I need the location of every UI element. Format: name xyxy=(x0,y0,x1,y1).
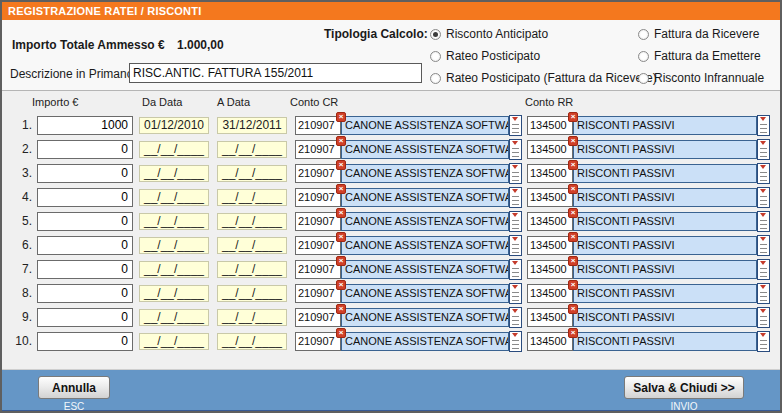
da-data-input[interactable] xyxy=(139,285,209,302)
conto-cr-code-input[interactable] xyxy=(295,164,341,183)
conto-cr-lookup-button[interactable] xyxy=(509,139,522,160)
clear-conto-cr-icon[interactable]: × xyxy=(336,160,346,170)
clear-conto-rr-icon[interactable]: × xyxy=(568,184,578,194)
clear-conto-rr-icon[interactable]: × xyxy=(568,160,578,170)
conto-rr-lookup-button[interactable] xyxy=(757,259,770,280)
conto-cr-code-input[interactable] xyxy=(295,212,341,231)
conto-rr-lookup-button[interactable] xyxy=(757,331,770,352)
clear-conto-cr-icon[interactable]: × xyxy=(336,328,346,338)
a-data-input[interactable] xyxy=(217,189,287,206)
importo-input[interactable] xyxy=(37,116,133,135)
conto-rr-code-input[interactable] xyxy=(527,188,573,207)
clear-conto-cr-icon[interactable]: × xyxy=(336,280,346,290)
conto-rr-lookup-button[interactable] xyxy=(757,163,770,184)
tipologia-radio-option[interactable]: Fattura da Emettere xyxy=(638,45,764,67)
descrizione-input[interactable] xyxy=(129,63,422,83)
importo-input[interactable] xyxy=(37,260,133,279)
clear-conto-rr-icon[interactable]: × xyxy=(568,304,578,314)
conto-rr-lookup-button[interactable] xyxy=(757,115,770,136)
conto-cr-code-input[interactable] xyxy=(295,116,341,135)
conto-rr-lookup-button[interactable] xyxy=(757,235,770,256)
importo-input[interactable] xyxy=(37,332,133,351)
conto-cr-code-input[interactable] xyxy=(295,188,341,207)
clear-conto-cr-icon[interactable]: × xyxy=(336,256,346,266)
conto-rr-code-input[interactable] xyxy=(527,308,573,327)
conto-cr-code-input[interactable] xyxy=(295,260,341,279)
da-data-input[interactable] xyxy=(139,165,209,182)
conto-rr-lookup-button[interactable] xyxy=(757,307,770,328)
importo-input[interactable] xyxy=(37,164,133,183)
a-data-input[interactable] xyxy=(217,213,287,230)
a-data-input[interactable] xyxy=(217,309,287,326)
importo-input[interactable] xyxy=(37,236,133,255)
a-data-input[interactable] xyxy=(217,285,287,302)
tipologia-radio-option[interactable]: Fattura da Ricevere xyxy=(638,23,764,45)
conto-cr-lookup-button[interactable] xyxy=(509,163,522,184)
importo-input[interactable] xyxy=(37,140,133,159)
conto-cr-lookup-button[interactable] xyxy=(509,307,522,328)
conto-cr-lookup-button[interactable] xyxy=(509,331,522,352)
row-number-label: 1. xyxy=(10,118,32,132)
clear-conto-cr-icon[interactable]: × xyxy=(336,304,346,314)
conto-rr-lookup-button[interactable] xyxy=(757,211,770,232)
clear-conto-rr-icon[interactable]: × xyxy=(568,280,578,290)
conto-cr-code-input[interactable] xyxy=(295,236,341,255)
da-data-input[interactable] xyxy=(139,189,209,206)
conto-cr-lookup-button[interactable] xyxy=(509,211,522,232)
clear-conto-rr-icon[interactable]: × xyxy=(568,232,578,242)
tipologia-radio-option[interactable]: Risconto Infrannuale xyxy=(638,67,764,89)
a-data-input[interactable] xyxy=(217,261,287,278)
da-data-input[interactable] xyxy=(139,117,209,134)
a-data-input[interactable] xyxy=(217,117,287,134)
a-data-input[interactable] xyxy=(217,333,287,350)
conto-rr-code-input[interactable] xyxy=(527,212,573,231)
conto-cr-code-input[interactable] xyxy=(295,284,341,303)
conto-rr-code-input[interactable] xyxy=(527,284,573,303)
conto-cr-lookup-button[interactable] xyxy=(509,235,522,256)
clear-conto-cr-icon[interactable]: × xyxy=(336,208,346,218)
tipologia-radio-option[interactable]: Rateo Posticipato (Fattura da Ricevere) xyxy=(430,67,657,89)
da-data-input[interactable] xyxy=(139,309,209,326)
clear-conto-cr-icon[interactable]: × xyxy=(336,112,346,122)
tipologia-radio-option[interactable]: Rateo Posticipato xyxy=(430,45,657,67)
conto-cr-lookup-button[interactable] xyxy=(509,259,522,280)
clear-conto-rr-icon[interactable]: × xyxy=(568,112,578,122)
clear-conto-rr-icon[interactable]: × xyxy=(568,136,578,146)
conto-cr-code-input[interactable] xyxy=(295,140,341,159)
a-data-input[interactable] xyxy=(217,165,287,182)
clear-conto-rr-icon[interactable]: × xyxy=(568,208,578,218)
importo-input[interactable] xyxy=(37,188,133,207)
importo-input[interactable] xyxy=(37,212,133,231)
da-data-input[interactable] xyxy=(139,213,209,230)
clear-conto-cr-icon[interactable]: × xyxy=(336,184,346,194)
clear-conto-rr-icon[interactable]: × xyxy=(568,256,578,266)
conto-rr-code-input[interactable] xyxy=(527,332,573,351)
conto-rr-code-input[interactable] xyxy=(527,164,573,183)
clear-conto-rr-icon[interactable]: × xyxy=(568,328,578,338)
conto-rr-lookup-button[interactable] xyxy=(757,139,770,160)
importo-input[interactable] xyxy=(37,284,133,303)
conto-cr-code-input[interactable] xyxy=(295,332,341,351)
conto-cr-code-input[interactable] xyxy=(295,308,341,327)
conto-rr-code-input[interactable] xyxy=(527,116,573,135)
conto-rr-code-input[interactable] xyxy=(527,260,573,279)
conto-rr-code-input[interactable] xyxy=(527,140,573,159)
conto-rr-lookup-button[interactable] xyxy=(757,283,770,304)
conto-rr-code-input[interactable] xyxy=(527,236,573,255)
conto-cr-lookup-button[interactable] xyxy=(509,187,522,208)
da-data-input[interactable] xyxy=(139,237,209,254)
importo-input[interactable] xyxy=(37,308,133,327)
a-data-input[interactable] xyxy=(217,237,287,254)
conto-cr-lookup-button[interactable] xyxy=(509,115,522,136)
a-data-input[interactable] xyxy=(217,141,287,158)
tipologia-radio-option[interactable]: Risconto Anticipato xyxy=(430,23,657,45)
da-data-input[interactable] xyxy=(139,261,209,278)
conto-rr-lookup-button[interactable] xyxy=(757,187,770,208)
clear-conto-cr-icon[interactable]: × xyxy=(336,136,346,146)
clear-conto-cr-icon[interactable]: × xyxy=(336,232,346,242)
salva-chiudi-button[interactable]: Salva & Chiudi >> xyxy=(624,376,744,399)
da-data-input[interactable] xyxy=(139,333,209,350)
da-data-input[interactable] xyxy=(139,141,209,158)
conto-cr-lookup-button[interactable] xyxy=(509,283,522,304)
annulla-button[interactable]: Annulla xyxy=(38,376,110,399)
